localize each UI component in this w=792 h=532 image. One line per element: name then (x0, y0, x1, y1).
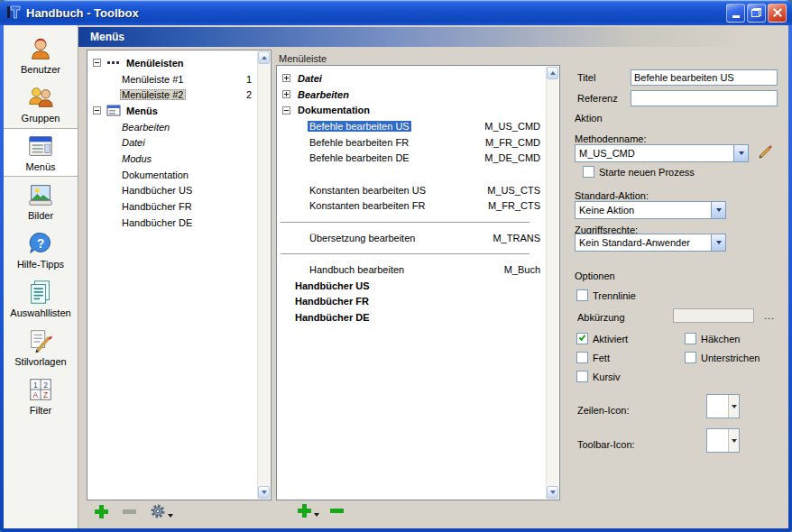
titel-input[interactable] (631, 69, 778, 86)
dropdown-arrow-icon[interactable] (711, 202, 725, 218)
zugriffsrechte-value: Kein Standard-Anwender (576, 234, 711, 251)
checkbox-box[interactable] (576, 333, 588, 344)
properties-panel: Titel Referenz Aktion Methodenname: M_US… (78, 25, 788, 528)
sidebar-item-label: Menüs (25, 161, 55, 172)
svg-text:2: 2 (43, 381, 48, 390)
minus-icon (330, 509, 344, 513)
chevron-down-icon (314, 513, 319, 517)
sidebar-item-label: Filter (30, 405, 51, 416)
minimize-button[interactable] (726, 4, 745, 23)
remove-menu-item-button[interactable] (330, 509, 344, 518)
zeilen-icon-dropdown[interactable] (706, 394, 740, 418)
sidebar-item-label: Auswahllisten (10, 307, 70, 318)
checkbox-box[interactable] (576, 289, 588, 301)
add-button[interactable] (95, 505, 108, 518)
sidebar-item-benutzer[interactable]: Benutzer (4, 31, 78, 79)
checkbox-box[interactable] (583, 166, 594, 178)
kursiv-checkbox[interactable]: Kursiv (576, 371, 621, 382)
sidebar-item-menues[interactable]: Menüs (4, 128, 78, 177)
sidebar-item-auswahl[interactable]: Auswahllisten (4, 274, 78, 323)
checkbox-label: Unterstrichen (701, 353, 760, 363)
standard-aktion-value: Keine Aktion (576, 202, 711, 218)
restore-icon (751, 8, 761, 17)
restore-button[interactable] (747, 4, 766, 23)
close-button[interactable] (768, 4, 787, 23)
help-icon: ? (27, 230, 54, 257)
filter-icon: 12AZ (27, 376, 54, 403)
menu-item-toolbar (298, 504, 344, 518)
sidebar-item-bilder[interactable]: Bilder (4, 177, 78, 225)
checkbox-box[interactable] (576, 352, 588, 363)
checkbox-label: Starte neuen Prozess (599, 167, 695, 178)
sidebar-item-label: Benutzer (21, 64, 60, 75)
toolbar-icon-label: Toolbar-Icon: (577, 439, 635, 450)
close-icon (772, 7, 783, 18)
actions-menu-button[interactable] (151, 504, 173, 518)
zugriffsrechte-dropdown[interactable]: Kein Standard-Anwender (575, 234, 726, 252)
remove-button[interactable] (123, 509, 136, 518)
abkuerzung-input (673, 308, 754, 323)
checkbox-label: Kursiv (593, 371, 621, 382)
window-controls (724, 4, 787, 23)
svg-text:1: 1 (33, 381, 38, 390)
list-icon (27, 279, 54, 306)
checkbox-label: Aktiviert (593, 334, 628, 344)
aktiviert-checkbox[interactable]: Aktiviert (576, 333, 628, 344)
edit-method-button[interactable] (755, 142, 775, 162)
sidebar-item-hilfe[interactable]: ?Hilfe-Tipps (4, 225, 78, 274)
chevron-down-icon (168, 514, 173, 518)
optionen-section-label: Optionen (575, 271, 615, 281)
minus-icon (123, 509, 136, 514)
toolbar-icon-preview (707, 429, 728, 452)
dropdown-arrow-icon[interactable] (711, 234, 725, 251)
dropdown-arrow-icon[interactable] (728, 429, 739, 452)
referenz-input[interactable] (631, 90, 778, 106)
sidebar-item-label: Stilvorlagen (14, 356, 66, 367)
structure-toolbar (95, 504, 173, 518)
zeilen-icon-preview (707, 395, 728, 417)
titel-label: Titel (577, 72, 595, 83)
sidebar-item-gruppen[interactable]: Gruppen (4, 79, 78, 128)
svg-text:?: ? (37, 236, 45, 251)
fett-checkbox[interactable]: Fett (576, 352, 610, 363)
standard-aktion-label: Standard-Aktion: (575, 190, 649, 201)
group-icon (27, 84, 54, 111)
unterstrichen-checkbox[interactable]: Unterstrichen (685, 352, 760, 363)
window-body: BenutzerGruppenMenüsBilder?Hilfe-TippsAu… (4, 25, 788, 528)
checkbox-label: Fett (593, 353, 610, 363)
minimize-icon (732, 15, 740, 18)
svg-text:Z: Z (43, 390, 48, 399)
dropdown-arrow-icon[interactable] (733, 145, 748, 161)
sidebar-item-label: Hilfe-Tipps (17, 259, 64, 270)
app-icon (5, 5, 22, 21)
aktion-section-label: Aktion (575, 113, 603, 124)
plus-icon (298, 504, 311, 518)
sidebar-item-stil[interactable]: Stilvorlagen (4, 323, 78, 371)
checkbox-label: Häkchen (701, 334, 740, 344)
dropdown-arrow-icon[interactable] (728, 395, 739, 417)
trennlinie-checkbox[interactable]: Trennlinie (576, 289, 636, 301)
images-icon (27, 181, 54, 208)
window-title: Handbuch - Toolbox (26, 6, 724, 20)
add-menu-item-button[interactable] (298, 504, 319, 518)
sidebar-item-filter[interactable]: 12AZFilter (4, 371, 78, 420)
checkbox-box[interactable] (685, 333, 696, 344)
checkbox-box[interactable] (685, 352, 696, 363)
referenz-label: Referenz (577, 93, 618, 104)
user-icon (27, 35, 54, 62)
titlebar[interactable]: Handbuch - Toolbox (0, 0, 792, 25)
abkuerzung-browse-button[interactable]: ... (764, 310, 775, 321)
toolbar-icon-dropdown[interactable] (706, 428, 740, 453)
svg-text:A: A (33, 390, 39, 399)
starte-prozess-checkbox[interactable]: Starte neuen Prozess (583, 166, 695, 178)
sidebar: BenutzerGruppenMenüsBilder?Hilfe-TippsAu… (4, 25, 78, 528)
check-icon (579, 334, 586, 341)
app-window: Handbuch - Toolbox BenutzerGruppenMenüsB… (0, 0, 792, 532)
gear-icon (151, 504, 165, 518)
checkbox-box[interactable] (576, 371, 588, 382)
sidebar-item-label: Bilder (28, 210, 53, 221)
methodenname-dropdown[interactable]: M_US_CMD (575, 144, 749, 162)
standard-aktion-dropdown[interactable]: Keine Aktion (575, 201, 726, 219)
haekchen-checkbox[interactable]: Häkchen (685, 333, 740, 344)
sidebar-item-label: Gruppen (22, 113, 60, 124)
